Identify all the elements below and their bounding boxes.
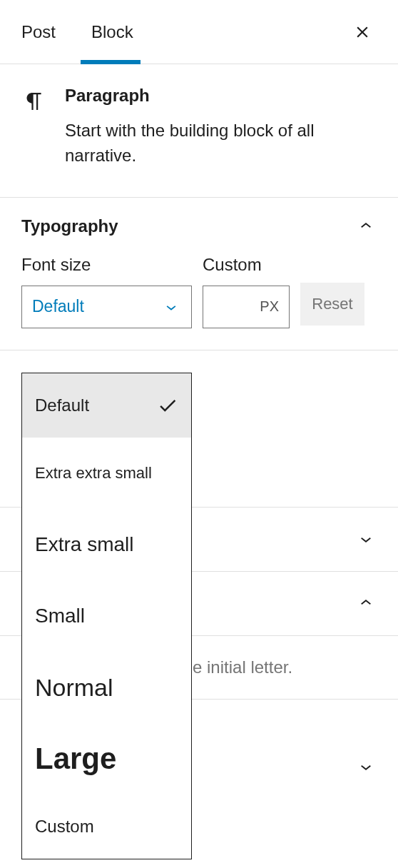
block-description: Start with the building block of all nar… — [65, 118, 377, 168]
option-label: Custom — [35, 817, 94, 837]
font-size-option-xsmall[interactable]: Extra small — [22, 509, 191, 580]
font-size-option-large[interactable]: Large — [22, 723, 191, 794]
close-button[interactable] — [348, 18, 377, 46]
font-size-option-normal[interactable]: Normal — [22, 652, 191, 723]
block-info-text: Paragraph Start with the building block … — [65, 86, 377, 168]
font-size-option-default[interactable]: Default — [22, 373, 191, 438]
font-size-label: Font size — [21, 255, 192, 275]
option-label: Small — [35, 605, 85, 627]
option-label: Normal — [35, 674, 113, 702]
block-title: Paragraph — [65, 86, 377, 106]
font-size-option-custom[interactable]: Custom — [22, 794, 191, 859]
chevron-up-icon — [355, 216, 377, 237]
close-icon — [353, 23, 372, 41]
chevron-down-icon — [161, 297, 181, 317]
reset-field: Reset — [300, 255, 364, 326]
settings-tabs: Post Block — [0, 0, 398, 64]
typography-panel-toggle[interactable]: Typography — [0, 198, 398, 255]
typography-title: Typography — [21, 216, 118, 236]
font-size-field: Font size Default — [21, 255, 192, 328]
option-label: Default — [35, 395, 89, 415]
font-size-option-small[interactable]: Small — [22, 580, 191, 652]
custom-size-field: Custom PX — [203, 255, 290, 328]
font-size-select-value: Default — [32, 297, 84, 316]
chevron-down-icon — [355, 756, 377, 777]
font-size-row: Font size Default Custom PX Reset — [21, 255, 377, 328]
check-icon — [157, 395, 178, 416]
px-suffix: PX — [260, 298, 279, 315]
typography-panel: Typography Font size Default Custom PX — [0, 198, 398, 350]
tab-post[interactable]: Post — [21, 1, 70, 64]
font-size-option-xxsmall[interactable]: Extra extra small — [22, 438, 191, 509]
custom-size-input[interactable]: PX — [203, 286, 290, 328]
option-label: Large — [35, 742, 116, 776]
tab-block[interactable]: Block — [91, 1, 148, 64]
font-size-dropdown: Default Extra extra small Extra small Sm… — [21, 373, 192, 859]
option-label: Extra extra small — [35, 464, 152, 483]
chevron-down-icon — [355, 528, 377, 550]
font-size-select[interactable]: Default — [21, 286, 192, 328]
paragraph-icon — [21, 89, 47, 168]
background-text: e initial letter. — [193, 657, 292, 677]
option-label: Extra small — [35, 533, 133, 556]
chevron-up-icon — [355, 592, 377, 614]
typography-body: Font size Default Custom PX Reset — [0, 255, 398, 350]
custom-label: Custom — [203, 255, 290, 275]
block-info-card: Paragraph Start with the building block … — [0, 64, 398, 198]
reset-button[interactable]: Reset — [300, 283, 364, 326]
